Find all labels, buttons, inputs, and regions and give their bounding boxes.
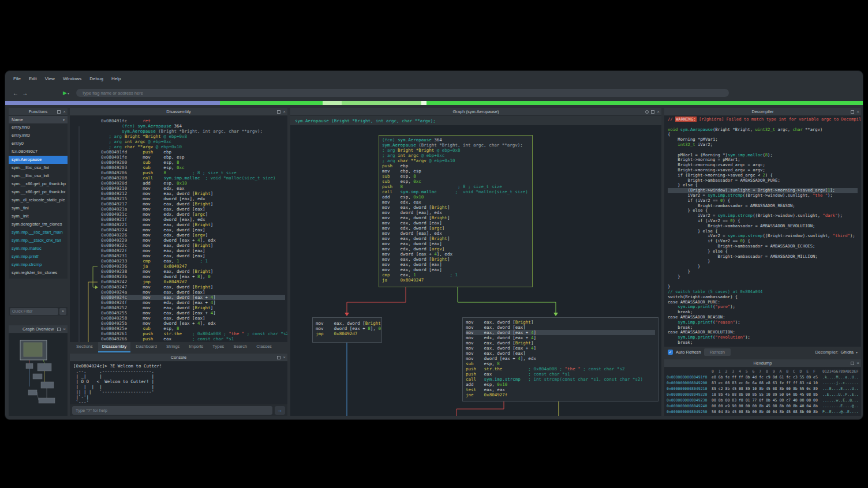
function-list-item[interactable]: sym.imp.__stack_chk_fail — [9, 237, 68, 245]
graph-overview-canvas[interactable] — [9, 333, 68, 416]
asm-line[interactable]: 0x08049210 mov edx, eax — [101, 186, 285, 191]
asm-line[interactable]: 0x08049206 push 8 ; 8 ; size_t size — [101, 170, 285, 175]
tab-classes[interactable]: Classes — [252, 342, 276, 352]
asm-line[interactable]: add esp, 0x10 — [466, 382, 655, 387]
asm-line[interactable]: push ebp — [382, 163, 529, 168]
menu-item-windows[interactable]: Windows — [59, 74, 85, 83]
function-list-item[interactable]: sym.__x86.get_pc_thunk.bx — [9, 188, 68, 196]
decompiler-line[interactable]: sym.imp.printf("reason"); — [668, 320, 858, 325]
function-list-item[interactable]: sym.__x86.get_pc_thunk.bp — [9, 180, 68, 188]
function-list-item[interactable]: sym.imp.strcmp — [9, 261, 68, 269]
asm-line[interactable]: 0x08049203 sub esp, 0xc — [101, 165, 285, 170]
tab-imports[interactable]: Imports — [185, 342, 207, 352]
decompiler-line[interactable]: sym.imp.printf("revolution"); — [668, 335, 858, 340]
asm-line[interactable]: sub esp, 8 — [466, 361, 655, 366]
asm-line[interactable]: mov ebp, esp — [382, 168, 529, 174]
console-send-button[interactable]: → — [275, 406, 285, 415]
asm-line[interactable]: sub esp, 0xc — [382, 179, 529, 184]
asm-line[interactable]: 0x080491fc ret — [101, 118, 285, 123]
asm-line[interactable]: mov eax, dword [Bright] — [382, 236, 529, 241]
asm-line[interactable]: 0x08049266 push eax ; const char *s1 — [101, 336, 285, 341]
decompiler-line[interactable]: sym.imp.printf("pure"); — [668, 305, 858, 310]
tab-strings[interactable]: Strings — [162, 342, 184, 352]
undock-icon[interactable] — [57, 328, 61, 331]
asm-line[interactable]: call sym.imp.malloc ; void *malloc(size_… — [382, 189, 529, 194]
function-list-item[interactable]: sym.__libc_csu_fini — [9, 164, 68, 172]
asm-line[interactable]: ; arg int argc @ ebp+0xc — [101, 139, 285, 144]
asm-line[interactable]: mov eax, dword [Bright] — [382, 215, 529, 220]
asm-line[interactable]: mov eax, dword [eax] — [466, 351, 655, 356]
asm-line[interactable]: 0x0804924f mov edx, dword [eax + 4] — [101, 300, 285, 305]
asm-line[interactable]: 0x08049215 mov dword [eax], edx — [101, 196, 285, 201]
hexdump-row[interactable]: 0x000000000804921089 c2 8b 45 08 89 10 8… — [667, 386, 859, 392]
asm-line[interactable]: 0x0804921a mov eax, dword [eax] — [101, 207, 285, 212]
menu-item-debug[interactable]: Debug — [86, 74, 107, 83]
asm-line[interactable]: 0x08049224 mov eax, dword [eax] — [101, 227, 285, 232]
asm-line[interactable]: 0x08049242 jmp 0x80492d7 — [101, 279, 285, 284]
asm-line[interactable]: 0x0804924a mov eax, dword [eax] — [101, 290, 285, 295]
asm-line[interactable]: push eax ; const char *s1 — [466, 371, 655, 377]
close-icon[interactable]: × — [856, 110, 859, 114]
asm-line[interactable]: (fcn) sym.Aeropause 364 — [101, 123, 285, 129]
asm-line[interactable]: mov edx, dword [argv] — [382, 246, 529, 251]
close-icon[interactable]: × — [63, 327, 66, 332]
asm-line[interactable]: mov eax, dword [Bright] — [466, 340, 655, 346]
decompiler-line[interactable]: break; — [668, 340, 858, 346]
undock-icon[interactable] — [851, 362, 854, 365]
functions-sort-header[interactable]: Name ▾ — [9, 116, 68, 123]
menu-item-edit[interactable]: Edit — [25, 74, 40, 83]
asm-line[interactable]: add esp, 0x10 — [382, 194, 529, 200]
function-list-item[interactable]: sym.deregister_tm_clones — [9, 220, 68, 228]
asm-line[interactable]: ; arg Bright *Bright @ ebp+0x8 — [382, 148, 529, 153]
asm-line[interactable]: 0x08049233 cmp eax, 1 ; 1 — [101, 258, 285, 264]
asm-line[interactable]: mov eax, dword [Bright] — [382, 257, 529, 262]
decompiler-line[interactable]: int32_t iVar2; — [668, 142, 858, 148]
asm-line[interactable]: mov eax, dword [eax] — [382, 241, 529, 246]
function-list-item[interactable]: sym.register_tm_clones — [9, 269, 68, 277]
asm-line[interactable]: mov dword [eax + 4], edx — [466, 356, 655, 361]
asm-line[interactable]: mov dword [eax], edx — [382, 231, 529, 236]
hexdump-row[interactable]: 0x000000000804922010 8b 45 08 8b 00 8b 5… — [667, 392, 859, 397]
close-icon[interactable]: × — [283, 110, 286, 114]
menu-item-help[interactable]: Help — [108, 74, 124, 83]
asm-line[interactable]: 0x08049231 mov eax, dword [eax] — [101, 253, 285, 258]
asm-line[interactable]: 0x08049261 push str.the ; 0x804a008 ; "t… — [101, 331, 285, 336]
asm-line[interactable]: 0x0804921c mov edx, dword [argc] — [101, 212, 285, 217]
asm-line[interactable]: 0x0804925b mov dword [eax + 4], edx — [101, 321, 285, 326]
asm-line[interactable]: (fcn) sym.Aeropause 364 — [382, 137, 529, 142]
refresh-button[interactable]: Refresh — [704, 348, 731, 356]
asm-line[interactable]: 0x08049236 ja 0x8049247 — [101, 264, 285, 269]
asm-line[interactable]: 0x0804922f mov eax, dword [eax] — [101, 248, 285, 253]
asm-line[interactable]: ja 0x8049247 — [382, 277, 529, 283]
asm-line[interactable]: 0x08049212 mov eax, dword [Bright] — [101, 191, 285, 196]
asm-line[interactable]: jmp 0x80492d7 — [316, 331, 379, 336]
decompiler-line[interactable]: } — [668, 275, 858, 280]
asm-line[interactable]: cmp eax, 1 ; 1 — [382, 272, 529, 277]
function-list-item[interactable]: sym.imp.malloc — [9, 245, 68, 253]
asm-line[interactable]: sub esp, 8 — [382, 174, 529, 179]
asm-line[interactable]: mov eax, dword [Bright] — [316, 321, 379, 326]
function-list-item[interactable]: sym.Aeropause — [9, 156, 68, 164]
function-list-item[interactable]: entry0 — [9, 140, 68, 148]
asm-line[interactable]: push str.the ; 0x804a008 ; "the " ; cons… — [466, 366, 655, 371]
function-list-item[interactable]: entry.init0 — [9, 132, 68, 140]
quick-filter-input[interactable] — [10, 308, 58, 315]
menu-item-view[interactable]: View — [42, 74, 58, 83]
asm-line[interactable]: mov eax, dword [eax] — [382, 262, 529, 267]
asm-line[interactable]: mov eax, dword [Bright] — [382, 205, 529, 210]
decompiler-select[interactable]: Decompiler: Ghidra ▾ — [815, 350, 858, 355]
tab-sections[interactable]: Sections — [72, 342, 97, 352]
asm-line[interactable]: jne 0x804927f — [466, 392, 655, 397]
asm-line[interactable]: mov edx, dword [argc] — [382, 226, 529, 231]
asm-line[interactable]: 0x080491fe mov ebp, esp — [101, 155, 285, 160]
function-list-item[interactable]: sym._init — [9, 212, 68, 220]
asm-line[interactable]: 0x08049200 sub esp, 8 — [101, 160, 285, 165]
asm-line[interactable]: mov eax, dword [eax] — [382, 220, 529, 226]
asm-line[interactable]: 0x0804924c mov eax, dword [eax + 4] — [101, 295, 285, 300]
asm-line[interactable]: mov edx, dword [eax + 4] — [466, 335, 655, 340]
function-list-item[interactable]: fcn.080490c7 — [9, 148, 68, 156]
clear-filter-icon[interactable]: × — [59, 308, 66, 315]
asm-line[interactable]: 0x08049226 mov edx, dword [argv] — [101, 232, 285, 238]
decompiler-line[interactable]: // WARNING: [r2ghidra] Failed to match t… — [668, 117, 858, 122]
graph-block-entry[interactable]: (fcn) sym.Aeropause 364sym.Aeropause (Br… — [379, 135, 533, 287]
